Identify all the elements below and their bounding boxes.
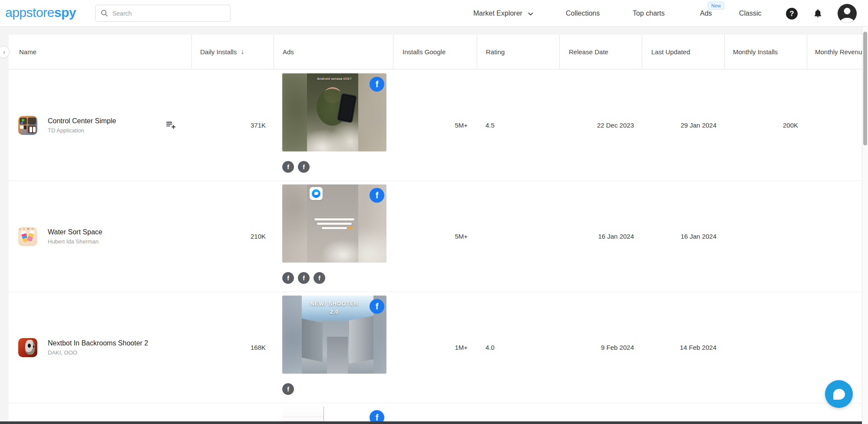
add-to-collection-icon[interactable] bbox=[165, 119, 176, 132]
ads-cell bbox=[274, 181, 393, 292]
ad-creative-thumbnail[interactable]: NEW! SHOOTER 2.0 bbox=[282, 296, 386, 374]
sort-desc-arrow-icon bbox=[237, 48, 244, 56]
page-background-band bbox=[0, 26, 868, 35]
ad-networks bbox=[282, 272, 393, 284]
facebook-icon[interactable] bbox=[282, 161, 294, 173]
chevron-down-icon bbox=[528, 0, 533, 26]
app-developer: DAKI, OOO bbox=[48, 349, 148, 356]
rating-value bbox=[477, 181, 559, 292]
monthly-installs-value bbox=[724, 292, 807, 403]
facebook-icon bbox=[370, 77, 384, 92]
ads-cell bbox=[274, 403, 393, 424]
facebook-icon[interactable] bbox=[282, 383, 294, 395]
last-updated-value: 29 Jan 2024 bbox=[642, 70, 724, 181]
table-header: Name Daily Installs Ads Installs Google … bbox=[9, 35, 862, 69]
expand-sidebar-button[interactable] bbox=[0, 46, 10, 58]
nav-collections[interactable]: Collections bbox=[566, 0, 600, 26]
column-header-monthly-installs[interactable]: Monthly Installs bbox=[724, 35, 807, 69]
app-developer: TD Application bbox=[48, 127, 116, 134]
chat-widget-button[interactable] bbox=[825, 380, 853, 408]
facebook-icon[interactable] bbox=[282, 272, 294, 284]
logo-text-bold: spy bbox=[54, 5, 76, 20]
last-updated-value: 14 Feb 2024 bbox=[642, 292, 724, 403]
rating-value: 4.5 bbox=[477, 70, 559, 181]
table-row-partial bbox=[9, 403, 862, 424]
app-title[interactable]: Control Center Simple bbox=[48, 117, 116, 125]
app-developer: Hubert Ida Sherman bbox=[48, 238, 102, 245]
monthly-installs-value bbox=[724, 181, 807, 292]
vertical-scrollbar bbox=[862, 26, 868, 424]
table-row: Nextbot In Backrooms Shooter 2 DAKI, OOO… bbox=[9, 292, 862, 403]
daily-installs-value: 168K bbox=[191, 292, 274, 403]
column-header-name[interactable]: Name bbox=[9, 35, 191, 69]
facebook-icon bbox=[370, 188, 384, 203]
release-date-value: 9 Feb 2024 bbox=[559, 292, 642, 403]
table-row: Water Sort Space Hubert Ida Sherman 210K… bbox=[9, 181, 862, 292]
notifications-bell-icon[interactable] bbox=[813, 8, 823, 20]
messenger-app-badge-icon bbox=[310, 187, 323, 200]
search-box[interactable] bbox=[95, 5, 231, 22]
monthly-installs-value: 200K bbox=[724, 70, 807, 181]
nav-top-charts[interactable]: Top charts bbox=[633, 0, 665, 26]
app-title[interactable]: Water Sort Space bbox=[48, 228, 102, 236]
ad-creative-thumbnail[interactable] bbox=[282, 184, 386, 263]
facebook-icon[interactable] bbox=[314, 272, 325, 284]
daily-installs-value: 210K bbox=[191, 181, 274, 292]
app-name-cell[interactable]: Water Sort Space Hubert Ida Sherman bbox=[9, 181, 191, 292]
ad-networks bbox=[282, 383, 393, 395]
app-title[interactable]: Nextbot In Backrooms Shooter 2 bbox=[48, 339, 148, 347]
top-navigation: appstorespy Market Explorer Collections … bbox=[0, 0, 868, 26]
ad-overlay-text: NEW! SHOOTER 2.0 bbox=[308, 300, 360, 316]
column-header-installs-google[interactable]: Installs Google bbox=[393, 35, 477, 69]
installs-google-value: 1M+ bbox=[393, 292, 477, 403]
ad-creative-thumbnail[interactable]: Android serasa iOS? bbox=[282, 73, 386, 151]
app-icon-nextbot-backrooms bbox=[18, 338, 37, 357]
search-input[interactable] bbox=[112, 10, 225, 17]
ad-networks bbox=[282, 161, 393, 173]
column-header-monthly-revenue[interactable]: Monthly Revenue bbox=[807, 35, 862, 69]
table-body: Control Center Simple TD Application 371… bbox=[9, 70, 862, 424]
ads-cell: Android serasa iOS? bbox=[274, 70, 393, 181]
ads-new-badge: New bbox=[708, 2, 724, 10]
nav-classic[interactable]: Classic bbox=[739, 0, 762, 26]
facebook-icon[interactable] bbox=[298, 272, 310, 284]
logo-text-regular: appstore bbox=[5, 5, 54, 20]
app-name-cell[interactable]: Control Center Simple TD Application bbox=[9, 70, 191, 181]
facebook-icon bbox=[370, 299, 384, 314]
last-updated-value: 16 Jan 2024 bbox=[642, 181, 724, 292]
appstorespy-logo[interactable]: appstorespy bbox=[5, 5, 76, 20]
bottom-window-edge bbox=[0, 421, 862, 424]
daily-installs-value: 371K bbox=[191, 70, 274, 181]
user-avatar[interactable] bbox=[838, 4, 857, 23]
release-date-value: 22 Dec 2023 bbox=[559, 70, 642, 181]
column-header-rating[interactable]: Rating bbox=[477, 35, 559, 69]
release-date-value: 16 Jan 2024 bbox=[559, 181, 642, 292]
rating-value: 4.0 bbox=[477, 292, 559, 403]
facebook-icon[interactable] bbox=[298, 161, 310, 173]
table-row: Control Center Simple TD Application 371… bbox=[9, 70, 862, 181]
app-icon-water-sort-space bbox=[18, 227, 37, 246]
column-header-ads[interactable]: Ads bbox=[274, 35, 393, 69]
column-header-last-updated[interactable]: Last Updated bbox=[642, 35, 724, 69]
app-name-cell[interactable]: Nextbot In Backrooms Shooter 2 DAKI, OOO bbox=[9, 292, 191, 403]
nav-market-explorer[interactable]: Market Explorer bbox=[473, 0, 533, 26]
app-icon-control-center-simple bbox=[18, 116, 37, 135]
scrollbar-thumb[interactable] bbox=[863, 32, 867, 145]
ads-cell: NEW! SHOOTER 2.0 bbox=[274, 292, 393, 403]
help-icon[interactable] bbox=[786, 8, 798, 20]
column-header-daily-installs[interactable]: Daily Installs bbox=[191, 35, 274, 69]
column-header-release-date[interactable]: Release Date bbox=[559, 35, 642, 69]
search-icon bbox=[101, 10, 108, 17]
installs-google-value: 5M+ bbox=[393, 70, 477, 181]
installs-google-value: 5M+ bbox=[393, 181, 477, 292]
